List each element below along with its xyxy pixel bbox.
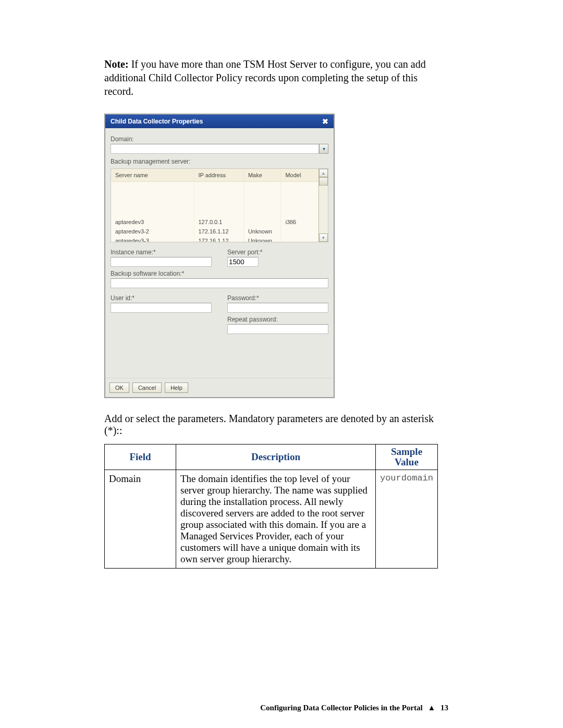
instruction-text: Add or select the parameters. Mandatory …: [104, 413, 448, 437]
backup-mgmt-label: Backup management server:: [111, 158, 328, 165]
password-input[interactable]: [227, 303, 328, 313]
cell-name: aptaredev3: [111, 217, 194, 227]
server-table[interactable]: Server name IP address Make Model aptare…: [111, 169, 319, 242]
vertical-scrollbar[interactable]: ▴ ▾: [319, 169, 328, 242]
cancel-button[interactable]: Cancel: [132, 382, 162, 393]
scroll-down-icon[interactable]: ▾: [319, 233, 328, 242]
table-row: Domain The domain identifies the top lev…: [105, 470, 438, 568]
help-button[interactable]: Help: [165, 382, 188, 393]
triangle-up-icon: ▲: [427, 704, 435, 712]
note-text: If you have more than one TSM Host Serve…: [104, 58, 426, 97]
cell-make: Unknown: [243, 227, 281, 236]
server-port-input[interactable]: [227, 257, 259, 267]
note-paragraph: Note: If you have more than one TSM Host…: [104, 57, 448, 98]
instance-name-input[interactable]: [111, 257, 212, 267]
repeat-password-label: Repeat password:: [227, 316, 328, 323]
cell-ip: 127.0.0.1: [194, 217, 243, 227]
table-row[interactable]: aptaredev3 127.0.0.1 i386: [111, 217, 319, 227]
repeat-password-input[interactable]: [227, 324, 328, 334]
ok-button[interactable]: OK: [109, 382, 129, 393]
cell-ip: 172.16.1.12: [194, 227, 243, 236]
dialog-button-bar: OK Cancel Help: [105, 378, 334, 397]
field-cell: Domain: [105, 470, 176, 568]
cell-make: Unknown: [243, 236, 281, 242]
user-id-input[interactable]: [111, 303, 212, 313]
cell-make: [243, 217, 281, 227]
dialog-title: Child Data Collector Properties: [111, 118, 203, 125]
chevron-down-icon: ▾: [323, 146, 325, 152]
dialog-body: Domain: ▾ Backup management server: Serv…: [105, 128, 334, 378]
domain-label: Domain:: [111, 135, 328, 143]
server-list-panel: Server name IP address Make Model aptare…: [111, 168, 328, 242]
server-table-header-row: Server name IP address Make Model: [111, 169, 319, 182]
col-model: Model: [281, 169, 319, 182]
document-page: Note: If you have more than one TSM Host…: [0, 0, 563, 728]
page-number: 13: [440, 704, 448, 712]
backup-sw-loc-input[interactable]: [111, 278, 328, 288]
cell-ip: 172.16.1.12: [194, 236, 243, 242]
cell-model: [281, 236, 319, 242]
description-cell: The domain identifies the top level of y…: [176, 470, 376, 568]
table-row[interactable]: aptaredev3-3 172.16.1.12 Unknown: [111, 236, 319, 242]
backup-sw-loc-label: Backup software location:*: [111, 270, 328, 277]
domain-dropdown-button[interactable]: ▾: [319, 144, 328, 154]
cell-name: aptaredev3-2: [111, 227, 194, 236]
col-sample: Sample Value: [375, 445, 437, 470]
cell-model: [281, 227, 319, 236]
dialog-titlebar: Child Data Collector Properties ✖: [105, 115, 334, 128]
domain-input[interactable]: [111, 144, 319, 154]
table-row[interactable]: [111, 200, 319, 217]
field-description-table: Field Description Sample Value Domain Th…: [104, 444, 438, 569]
footer-title: Configuring Data Collector Policies in t…: [260, 704, 422, 712]
close-icon[interactable]: ✖: [322, 118, 328, 125]
password-label: Password:*: [227, 294, 328, 302]
scroll-up-icon[interactable]: ▴: [319, 169, 328, 177]
col-make: Make: [243, 169, 281, 182]
note-label: Note:: [104, 58, 129, 70]
sample-cell: yourdomain: [375, 470, 437, 568]
instance-name-label: Instance name:*: [111, 249, 212, 256]
server-port-label: Server port:*: [227, 249, 328, 256]
col-ip: IP address: [194, 169, 243, 182]
child-collector-dialog: Child Data Collector Properties ✖ Domain…: [104, 114, 335, 398]
col-field: Field: [105, 445, 176, 470]
table-row[interactable]: aptaredev3-2 172.16.1.12 Unknown: [111, 227, 319, 236]
col-server-name: Server name: [111, 169, 194, 182]
scroll-track[interactable]: [319, 177, 328, 233]
page-footer: Configuring Data Collector Policies in t…: [260, 704, 448, 712]
scroll-thumb[interactable]: [319, 177, 328, 186]
cell-name: aptaredev3-3: [111, 236, 194, 242]
user-id-label: User id:*: [111, 294, 212, 302]
col-description: Description: [176, 445, 376, 470]
cell-model: i386: [281, 217, 319, 227]
table-row[interactable]: [111, 182, 319, 200]
